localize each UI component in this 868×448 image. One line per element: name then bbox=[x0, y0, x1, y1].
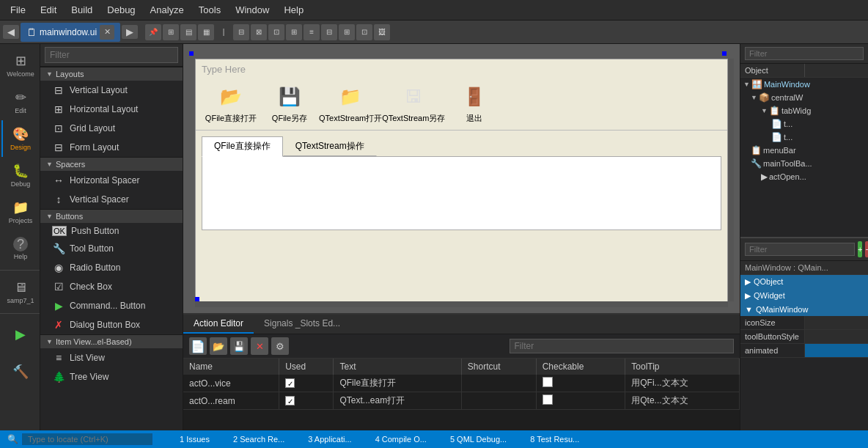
tree-centralw[interactable]: ▼ 📦 centralW bbox=[740, 91, 868, 104]
toolbar-align7[interactable]: ⊞ bbox=[339, 24, 355, 40]
prop-section-qmainwindow[interactable]: ▼ QMainWindow bbox=[740, 303, 868, 316]
toolbar-grid1[interactable]: ⊞ bbox=[163, 24, 179, 40]
toolbar-align5[interactable]: ≡ bbox=[304, 24, 320, 40]
activity-debug[interactable]: 🐛 Debug bbox=[1, 157, 38, 194]
toolbar-align1[interactable]: ⊟ bbox=[233, 24, 249, 40]
action-settings-btn[interactable]: ⚙ bbox=[271, 337, 289, 355]
menu-build[interactable]: Build bbox=[64, 1, 100, 18]
action-row-1[interactable]: actO...ream ✓ QText...eam打开 用Qte...文本文 bbox=[183, 392, 740, 410]
widget-filter-input[interactable] bbox=[45, 47, 178, 63]
toolbar-btn-exit[interactable]: 🚪 退出 bbox=[445, 82, 504, 124]
widget-radio-button[interactable]: ◉ Radio Button bbox=[40, 258, 183, 277]
tab-qtextstream[interactable]: QTextStream操作 bbox=[283, 136, 377, 156]
action-filter-input[interactable] bbox=[510, 339, 735, 353]
prop-remove-btn[interactable]: − bbox=[865, 241, 868, 257]
status-issues[interactable]: 1 Issues bbox=[175, 435, 214, 444]
widget-tree-view[interactable]: 🌲 Tree View bbox=[40, 367, 183, 386]
toolbar-btn-qtextstream-save[interactable]: 🖫 QTextStream另存 bbox=[382, 82, 445, 124]
checkable-checkbox-1[interactable] bbox=[542, 394, 553, 405]
widget-grid-layout[interactable]: ⊡ Grid Layout bbox=[40, 119, 183, 138]
widget-push-button[interactable]: OK Push Button bbox=[40, 223, 183, 239]
tree-menubar[interactable]: 📋 menuBar bbox=[740, 144, 868, 157]
section-buttons[interactable]: ▼ Buttons bbox=[40, 209, 183, 223]
widget-command-button[interactable]: ▶ Command... Button bbox=[40, 296, 183, 315]
design-area[interactable]: Type Here 📂 QFile直接打开 💾 QFile另存 📁 QTextS… bbox=[183, 44, 740, 313]
status-app[interactable]: 3 Applicati... bbox=[304, 435, 356, 444]
obj-filter-input[interactable] bbox=[745, 47, 864, 60]
tree-tab2[interactable]: 📄 t... bbox=[740, 131, 868, 144]
h-scrollbar[interactable] bbox=[195, 301, 728, 307]
widget-vertical-spacer[interactable]: ↕ Vertical Spacer bbox=[40, 190, 183, 209]
tab-forward-icon[interactable]: ▶ bbox=[122, 25, 138, 39]
widget-horizontal-spacer[interactable]: ↔ Horizontal Spacer bbox=[40, 171, 183, 190]
menu-debug[interactable]: Debug bbox=[100, 1, 142, 18]
toolbar-btn-qfile-open[interactable]: 📂 QFile直接打开 bbox=[202, 82, 260, 124]
widget-check-box[interactable]: ☑ Check Box bbox=[40, 277, 183, 296]
tab-qfile[interactable]: QFile直接操作 bbox=[202, 136, 283, 157]
tree-tab1[interactable]: 📄 t... bbox=[740, 117, 868, 131]
toolbar-align6[interactable]: ⊟ bbox=[321, 24, 337, 40]
activity-help[interactable]: ? Help bbox=[1, 230, 38, 267]
section-spacers[interactable]: ▼ Spacers bbox=[40, 157, 183, 171]
toolbar-align4[interactable]: ⊞ bbox=[286, 24, 302, 40]
status-compile[interactable]: 4 Compile O... bbox=[371, 435, 431, 444]
action-save-btn[interactable]: 💾 bbox=[230, 337, 248, 355]
status-qml[interactable]: 5 QML Debug... bbox=[446, 435, 511, 444]
locate-input[interactable] bbox=[21, 433, 153, 446]
menu-analyze[interactable]: Analyze bbox=[143, 1, 191, 18]
prop-value-animated[interactable] bbox=[805, 344, 869, 357]
action-new-btn[interactable]: 📄 bbox=[189, 337, 207, 355]
toolbar-align2[interactable]: ⊠ bbox=[251, 24, 267, 40]
toolbar-btn-qfile-save[interactable]: 💾 QFile另存 bbox=[260, 82, 319, 124]
checkable-checkbox-0[interactable] bbox=[542, 377, 553, 387]
tree-mainwindow[interactable]: ▼ 🪟 MainWindow bbox=[740, 78, 868, 91]
menu-help[interactable]: Help bbox=[276, 1, 311, 18]
widget-horizontal-layout[interactable]: ⊞ Horizontal Layout bbox=[40, 100, 183, 119]
prop-value-toolbuttonstyle[interactable] bbox=[805, 330, 869, 343]
widget-vertical-layout[interactable]: ⊟ Vertical Layout bbox=[40, 81, 183, 100]
toolbar-image[interactable]: 🖼 bbox=[374, 24, 390, 40]
action-row-0[interactable]: actO...vice ✓ QFile直接打开 用QFi...文本文 bbox=[183, 375, 740, 392]
tab-close-btn[interactable]: ✕ bbox=[100, 25, 114, 40]
toolbar-grid2[interactable]: ▤ bbox=[180, 24, 196, 40]
tab-action-editor[interactable]: Action Editor bbox=[183, 315, 254, 334]
prop-value-iconsize[interactable] bbox=[805, 316, 869, 329]
menu-edit[interactable]: Edit bbox=[33, 1, 64, 18]
toolbar-btn-qtextstream-open[interactable]: 📁 QTextStream打开 bbox=[319, 82, 382, 124]
widget-dialog-button-box[interactable]: ✗ Dialog Button Box bbox=[40, 315, 183, 334]
file-tab[interactable]: 🗒 mainwindow.ui ✕ bbox=[21, 23, 120, 42]
widget-list-view[interactable]: ≡ List View bbox=[40, 348, 183, 367]
tree-actopen[interactable]: ▶ actOpen... bbox=[740, 170, 868, 183]
menu-tools[interactable]: Tools bbox=[191, 1, 228, 18]
toolbar-pin[interactable]: 📌 bbox=[145, 24, 161, 40]
prop-section-qwidget[interactable]: ▶ QWidget bbox=[740, 289, 868, 303]
activity-design[interactable]: 🎨 Design bbox=[1, 120, 38, 157]
activity-run[interactable]: ▶ bbox=[1, 317, 38, 353]
status-search[interactable]: 2 Search Re... bbox=[229, 435, 289, 444]
section-layouts[interactable]: ▼ Layouts bbox=[40, 67, 183, 81]
toolbar-align3[interactable]: ⊡ bbox=[268, 24, 284, 40]
used-checkbox-0[interactable]: ✓ bbox=[285, 378, 295, 388]
activity-samp[interactable]: 🖥 samp7_1 bbox=[1, 273, 38, 310]
section-item-views[interactable]: ▼ Item View...el-Based) bbox=[40, 334, 183, 348]
tab-signals-slots[interactable]: Signals _Slots Ed... bbox=[254, 315, 350, 334]
status-test[interactable]: 8 Test Resu... bbox=[526, 435, 584, 444]
menu-window[interactable]: Window bbox=[228, 1, 276, 18]
widget-tool-button[interactable]: 🔧 Tool Button bbox=[40, 239, 183, 258]
menu-file[interactable]: File bbox=[3, 1, 33, 18]
used-checkbox-1[interactable]: ✓ bbox=[285, 396, 295, 405]
widget-form-layout[interactable]: ⊟ Form Layout bbox=[40, 138, 183, 157]
activity-projects[interactable]: 📁 Projects bbox=[1, 194, 38, 230]
action-folder-btn[interactable]: 📂 bbox=[210, 337, 227, 355]
prop-filter-input[interactable] bbox=[745, 243, 855, 256]
activity-welcome[interactable]: ⊞ Welcome bbox=[1, 47, 38, 84]
tab-back-icon[interactable]: ◀ bbox=[3, 25, 19, 39]
tree-tabwidg[interactable]: ▼ 📋 tabWidg bbox=[740, 104, 868, 117]
activity-build[interactable]: 🔨 bbox=[1, 353, 38, 390]
prop-add-btn[interactable]: + bbox=[858, 241, 862, 257]
toolbar-align8[interactable]: ⊡ bbox=[356, 24, 372, 40]
action-delete-btn[interactable]: ✕ bbox=[251, 337, 268, 355]
tree-maintoolbar[interactable]: 🔧 mainToolBa... bbox=[740, 157, 868, 170]
activity-edit[interactable]: ✏ Edit bbox=[1, 84, 38, 120]
toolbar-grid3[interactable]: ▦ bbox=[198, 24, 214, 40]
